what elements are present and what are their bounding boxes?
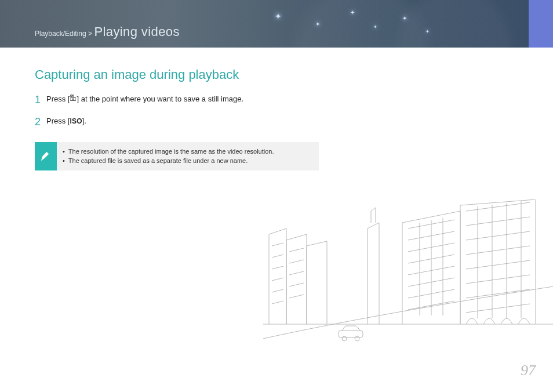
sparkle-decoration: ✦ ✦ ✦ ✦ ✦ ✦ — [252, 5, 483, 45]
side-tab — [529, 0, 553, 48]
step-pre: Press [ — [46, 117, 70, 125]
header-banner: ✦ ✦ ✦ ✦ ✦ ✦ Playback/Editing > Playing v… — [0, 0, 553, 48]
ok-record-icon: OK — [70, 94, 77, 103]
breadcrumb-sep: > — [86, 30, 94, 38]
page-title: Playing videos — [94, 24, 179, 39]
step-number: 1 — [35, 93, 46, 107]
svg-text:OK: OK — [70, 95, 75, 97]
svg-rect-1 — [70, 98, 76, 101]
page-number: 97 — [521, 362, 536, 379]
pen-icon — [35, 142, 57, 170]
step-1: 1 Press [OK] at the point where you want… — [35, 93, 301, 107]
main-content: Capturing an image during playback 1 Pre… — [0, 48, 336, 170]
step-post: ] at the point where you want to save a … — [77, 95, 243, 103]
breadcrumb-section: Playback/Editing — [35, 30, 86, 38]
svg-point-5 — [355, 336, 359, 341]
step-2: 2 Press [ISO]. — [35, 115, 301, 129]
note-item: The captured file is saved as a separate… — [63, 156, 274, 166]
step-text: Press [ISO]. — [46, 115, 86, 129]
step-post: ]. — [82, 117, 86, 125]
note-box: The resolution of the captured image is … — [35, 142, 319, 170]
svg-point-2 — [72, 99, 74, 100]
svg-rect-3 — [339, 331, 363, 337]
step-pre: Press [ — [46, 95, 70, 103]
step-number: 2 — [35, 115, 46, 129]
city-illustration — [263, 199, 553, 350]
breadcrumb: Playback/Editing > Playing videos — [35, 24, 180, 39]
section-heading: Capturing an image during playback — [35, 67, 301, 82]
iso-icon: ISO — [70, 117, 82, 125]
note-item: The resolution of the captured image is … — [63, 147, 274, 157]
note-list: The resolution of the captured image is … — [57, 142, 280, 170]
step-text: Press [OK] at the point where you want t… — [46, 93, 243, 107]
svg-point-4 — [342, 336, 347, 341]
